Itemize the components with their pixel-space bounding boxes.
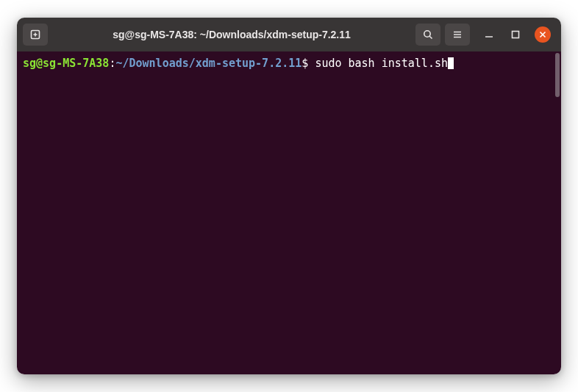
titlebar: sg@sg-MS-7A38: ~/Downloads/xdm-setup-7.2…: [17, 18, 561, 51]
window-title: sg@sg-MS-7A38: ~/Downloads/xdm-setup-7.2…: [52, 29, 411, 40]
prompt-line: sg@sg-MS-7A38:~/Downloads/xdm-setup-7.2.…: [23, 56, 555, 71]
prompt-user-host: sg@sg-MS-7A38: [23, 57, 109, 70]
window-controls: [474, 26, 555, 43]
terminal-window: sg@sg-MS-7A38: ~/Downloads/xdm-setup-7.2…: [17, 18, 561, 374]
prompt-path: ~/Downloads/xdm-setup-7.2.11: [115, 57, 302, 70]
svg-point-3: [424, 31, 430, 37]
cursor: [448, 57, 454, 69]
new-tab-button[interactable]: [23, 24, 48, 46]
prompt-dollar: $: [302, 57, 315, 70]
terminal-area[interactable]: sg@sg-MS-7A38:~/Downloads/xdm-setup-7.2.…: [17, 51, 561, 374]
svg-line-4: [429, 36, 432, 38]
svg-rect-9: [513, 32, 519, 38]
scrollbar-thumb[interactable]: [555, 53, 560, 97]
close-button[interactable]: [535, 26, 551, 43]
command-text: sudo bash install.sh: [315, 57, 448, 70]
maximize-button[interactable]: [508, 27, 523, 42]
menu-button[interactable]: [445, 24, 470, 46]
minimize-button[interactable]: [482, 27, 496, 42]
search-button[interactable]: [415, 24, 440, 46]
